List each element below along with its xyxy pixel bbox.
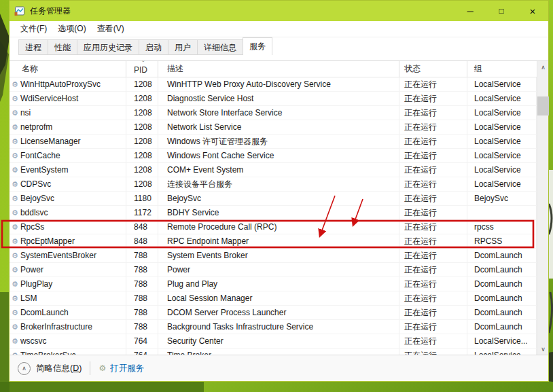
menu-bar: 文件(F)选项(O)查看(V) <box>10 21 548 37</box>
menu-item[interactable]: 文件(F) <box>15 21 52 37</box>
table-row-LSM[interactable]: ⚙LSM788Local Session Manager正在运行DcomLaun… <box>10 291 537 306</box>
window-title: 任务管理器 <box>30 5 71 17</box>
table-row-WinHttpAutoProxySvc[interactable]: ⚙WinHttpAutoProxySvc1208WinHTTP Web Prox… <box>10 77 537 92</box>
table-row-EventSystem[interactable]: ⚙EventSystem1208COM+ Event System正在运行Loc… <box>10 163 537 177</box>
cell-group: LocalService <box>467 149 537 163</box>
service-gear-icon: ⚙ <box>12 323 18 331</box>
open-services-link[interactable]: ⚙ 打开服务 <box>99 363 144 374</box>
column-header-pid[interactable]: PIDˇ <box>126 61 158 77</box>
cell-pid: 788 <box>126 291 158 306</box>
cell-name: ⚙LSM <box>10 291 126 306</box>
table-row-bddlsvc[interactable]: ⚙bddlsvc1172BDHY Service正在运行 <box>10 206 537 220</box>
service-gear-icon: ⚙ <box>12 266 18 274</box>
titlebar[interactable]: 任务管理器 ─ □ × <box>10 1 548 21</box>
cell-status: 正在运行 <box>399 163 467 177</box>
vertical-scrollbar[interactable]: ∧ ∨ <box>537 61 548 355</box>
cell-desc: Windows Font Cache Service <box>158 149 399 163</box>
service-gear-icon: ⚙ <box>12 309 18 317</box>
table-row-WdiServiceHost[interactable]: ⚙WdiServiceHost1208Diagnostic Service Ho… <box>10 92 537 106</box>
table-row-SystemEventsBroker[interactable]: ⚙SystemEventsBroker788System Events Brok… <box>10 249 537 263</box>
column-header-desc[interactable]: 描述 <box>158 61 399 77</box>
table-row-RpcSs[interactable]: ⚙RpcSs848Remote Procedure Call (RPC)正在运行… <box>10 220 537 234</box>
cell-pid: 1208 <box>126 149 158 163</box>
column-header-status[interactable]: 状态 <box>399 61 467 77</box>
collapse-chevron-icon[interactable]: ∧ <box>18 362 31 375</box>
cell-group: LocalService... <box>467 334 537 349</box>
cell-group: BejoySvc <box>467 192 537 206</box>
table-row-DcomLaunch[interactable]: ⚙DcomLaunch788DCOM Server Process Launch… <box>10 306 537 320</box>
tab-用户[interactable]: 用户 <box>168 39 198 55</box>
service-name: DcomLaunch <box>20 308 69 317</box>
scrollbar-up-icon[interactable]: ∧ <box>537 61 549 73</box>
cell-desc: Network List Service <box>158 120 399 135</box>
cell-pid: 788 <box>126 277 158 291</box>
cell-group <box>467 206 537 220</box>
cell-group: LocalService <box>467 106 537 120</box>
cell-group: LocalService <box>467 135 537 149</box>
table-row-Power[interactable]: ⚙Power788Power正在运行DcomLaunch <box>10 263 537 277</box>
maximize-button[interactable]: □ <box>486 1 517 21</box>
service-name: WinHttpAutoProxySvc <box>20 79 101 89</box>
scrollbar-thumb[interactable] <box>537 96 549 115</box>
table-row-TimeBrokerSvc[interactable]: ⚙TimeBrokerSvc764Time Broker正在运行LocalSer… <box>10 349 537 355</box>
close-button[interactable]: × <box>517 1 548 21</box>
cell-pid: 1208 <box>126 77 158 92</box>
cell-group: DcomLaunch <box>467 306 537 320</box>
cell-name: ⚙nsi <box>10 106 126 120</box>
cell-name: ⚙wscsvc <box>10 334 126 349</box>
service-gear-icon: ⚙ <box>12 238 18 245</box>
service-gear-icon: ⚙ <box>12 338 18 345</box>
menu-item[interactable]: 查看(V) <box>92 21 130 37</box>
service-name: FontCache <box>20 151 60 160</box>
table-row-CDPSvc[interactable]: ⚙CDPSvc1208连接设备平台服务正在运行LocalService <box>10 177 537 192</box>
cell-group: LocalService <box>467 92 537 106</box>
tab-性能[interactable]: 性能 <box>48 39 77 55</box>
tab-详细信息[interactable]: 详细信息 <box>197 39 243 55</box>
cell-status: 正在运行 <box>399 120 467 135</box>
cell-group: RPCSS <box>467 234 537 249</box>
service-gear-icon: ⚙ <box>12 81 18 88</box>
cell-desc: BDHY Service <box>158 206 399 220</box>
cell-pid: 1180 <box>126 192 158 206</box>
table-row-FontCache[interactable]: ⚙FontCache1208Windows Font Cache Service… <box>10 149 537 163</box>
cell-group: LocalService <box>467 177 537 192</box>
column-label: 组 <box>474 63 482 75</box>
cell-status: 正在运行 <box>399 135 467 149</box>
cell-group: LocalService <box>467 120 537 135</box>
column-label: PID <box>134 65 147 75</box>
column-header-name[interactable]: 名称 <box>10 61 126 77</box>
cell-desc: Diagnostic Service Host <box>158 92 399 106</box>
table-row-PlugPlay[interactable]: ⚙PlugPlay788Plug and Play正在运行DcomLaunch <box>10 277 537 291</box>
column-header-group[interactable]: 组 <box>467 61 537 77</box>
fewer-details-toggle[interactable]: ∧ 简略信息(D) <box>18 362 82 375</box>
table-row-LicenseManager[interactable]: ⚙LicenseManager1208Windows 许可证管理器服务正在运行L… <box>10 135 537 149</box>
cell-name: ⚙RpcEptMapper <box>10 234 126 249</box>
tab-content-gap <box>10 55 548 60</box>
cell-status: 正在运行 <box>399 77 467 92</box>
tab-进程[interactable]: 进程 <box>18 39 48 55</box>
tab-应用历史记录[interactable]: 应用历史记录 <box>77 39 139 55</box>
service-gear-icon: ⚙ <box>12 252 18 260</box>
cell-desc: Security Center <box>158 334 399 349</box>
tab-服务[interactable]: 服务 <box>243 37 272 55</box>
table-row-BejoySvc[interactable]: ⚙BejoySvc1180BejoySvc正在运行BejoySvc <box>10 192 537 206</box>
table-row-wscsvc[interactable]: ⚙wscsvc764Security Center正在运行LocalServic… <box>10 334 537 349</box>
cell-desc: Local Session Manager <box>158 291 399 306</box>
cell-name: ⚙bddlsvc <box>10 206 126 220</box>
scrollbar-down-icon[interactable]: ∨ <box>537 343 549 355</box>
table-row-RpcEptMapper[interactable]: ⚙RpcEptMapper848RPC Endpoint Mapper正在运行R… <box>10 234 537 249</box>
cell-status: 正在运行 <box>399 177 467 192</box>
menu-item[interactable]: 选项(O) <box>52 21 91 37</box>
cell-group: LocalService <box>467 77 537 92</box>
table-row-netprofm[interactable]: ⚙netprofm1208Network List Service正在运行Loc… <box>10 120 537 135</box>
service-name: LicenseManager <box>20 137 81 146</box>
table-row-nsi[interactable]: ⚙nsi1208Network Store Interface Service正… <box>10 106 537 120</box>
tab-启动[interactable]: 启动 <box>139 39 168 55</box>
cell-status: 正在运行 <box>399 92 467 106</box>
cell-pid: 788 <box>126 320 158 334</box>
table-row-BrokerInfrastructure[interactable]: ⚙BrokerInfrastructure788Background Tasks… <box>10 320 537 334</box>
task-manager-app-icon <box>14 6 25 16</box>
minimize-button[interactable]: ─ <box>454 1 486 21</box>
cell-pid: 1208 <box>126 120 158 135</box>
cell-group: DcomLaunch <box>467 263 537 277</box>
